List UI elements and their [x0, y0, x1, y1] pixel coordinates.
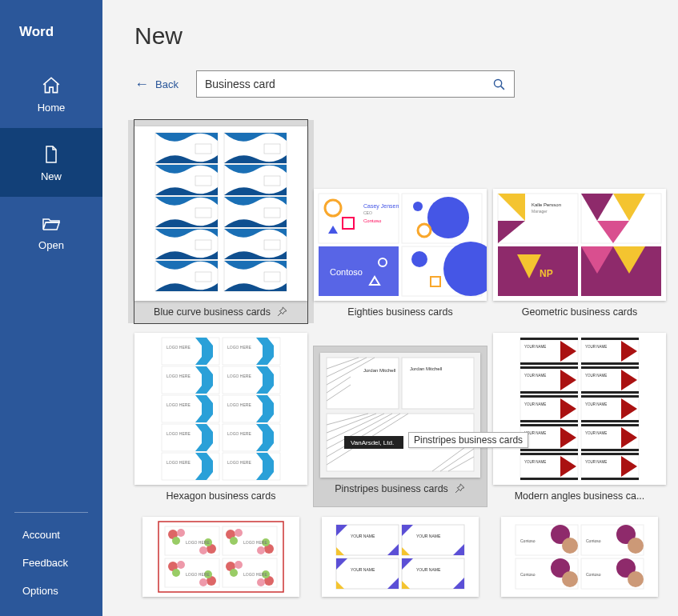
svg-text:YOUR NAME: YOUR NAME [351, 534, 375, 538]
pin-icon[interactable] [453, 482, 466, 495]
svg-rect-37 [498, 246, 578, 296]
folder-open-icon [40, 212, 62, 234]
svg-rect-4 [195, 144, 211, 154]
template-thumb: Casey Jensen CEO Contoso Contoso [314, 189, 487, 301]
nav-home[interactable]: Home [0, 59, 102, 128]
template-gallery: Blue curve business cards [134, 120, 678, 597]
svg-text:Kalle Persson: Kalle Persson [532, 202, 561, 207]
svg-text:NP: NP [540, 268, 553, 279]
svg-text:VanArsdel, Ltd.: VanArsdel, Ltd. [351, 439, 394, 446]
template-thumb: YOUR NAME [322, 517, 479, 597]
nav-primary: Home New Open [0, 59, 102, 266]
page-title: New [134, 22, 678, 50]
search-box [196, 70, 515, 98]
home-icon [40, 74, 62, 97]
svg-text:Manager: Manager [532, 209, 548, 214]
svg-rect-76 [520, 362, 578, 365]
nav-open[interactable]: Open [0, 197, 102, 266]
svg-text:Contoso: Contoso [363, 218, 382, 223]
template-pinstripes[interactable]: Jordan Mitchell Jordan Mitchell VanArsde… [314, 346, 487, 507]
search-icon [492, 78, 506, 91]
svg-point-90 [199, 546, 207, 554]
nav-options[interactable]: Options [0, 577, 102, 605]
template-geometric[interactable]: Kalle Persson Manager NP [493, 189, 666, 323]
template-thumb: YOUR NAME YOUR NAME [493, 333, 666, 485]
svg-rect-80 [581, 338, 639, 340]
tooltip: Pinstripes business cards [408, 432, 528, 448]
svg-text:LOGO HERE: LOGO HERE [227, 345, 251, 350]
sidebar: Word Home New Open Acco [0, 0, 102, 616]
back-label: Back [155, 78, 179, 90]
template-label: Modern angles business ca... [515, 490, 645, 502]
svg-rect-58 [402, 358, 474, 409]
svg-text:LOGO HERE: LOGO HERE [186, 540, 210, 545]
template-hexagon[interactable]: LOGO HERE LOGO HERE [134, 333, 307, 507]
svg-rect-43 [134, 333, 307, 485]
template-eighties[interactable]: Casey Jensen CEO Contoso Contoso [314, 189, 487, 323]
document-icon [40, 143, 62, 166]
search-input[interactable] [197, 78, 485, 90]
pin-icon[interactable] [275, 306, 288, 318]
template-thumb: Kalle Persson Manager NP [493, 189, 666, 301]
nav-new[interactable]: New [0, 128, 102, 197]
back-button[interactable]: ← Back [134, 77, 179, 91]
svg-point-25 [411, 251, 427, 267]
svg-point-102 [562, 538, 578, 554]
svg-text:Jordan Mitchell: Jordan Mitchell [363, 368, 395, 373]
main-panel: New ← Back [102, 0, 678, 616]
svg-rect-72 [493, 333, 666, 485]
template-modern-angles[interactable]: YOUR NAME YOUR NAME [493, 333, 666, 507]
arrow-left-icon: ← [134, 77, 149, 91]
svg-text:CEO: CEO [363, 210, 372, 215]
svg-point-88 [172, 537, 180, 545]
svg-point-0 [495, 79, 502, 86]
template-thumb: LOGO HERE [142, 517, 299, 597]
template-label: Geometric business cards [522, 306, 638, 318]
svg-text:Contoso: Contoso [330, 267, 363, 277]
template-label: Hexagon business cards [166, 490, 276, 502]
svg-text:YOUR NAME: YOUR NAME [524, 345, 546, 349]
search-button[interactable] [485, 71, 514, 97]
svg-text:LOGO HERE: LOGO HERE [166, 345, 191, 350]
nav-label: Home [38, 102, 66, 114]
template-partial-1[interactable]: LOGO HERE [134, 517, 307, 597]
svg-text:Jordan Mitchell: Jordan Mitchell [410, 366, 442, 371]
svg-rect-94 [336, 525, 399, 555]
svg-point-16 [427, 197, 469, 238]
template-partial-2[interactable]: YOUR NAME [314, 517, 487, 597]
template-thumb [134, 126, 307, 301]
svg-point-87 [177, 529, 185, 537]
template-label: Blue curve business cards [154, 306, 271, 318]
template-label: Pinstripes business cards [335, 483, 448, 494]
template-blue-curve[interactable]: Blue curve business cards [134, 120, 307, 323]
nav-label: Open [38, 239, 64, 251]
svg-rect-6 [264, 144, 280, 154]
svg-text:YOUR NAME: YOUR NAME [585, 345, 607, 349]
template-thumb: Jordan Mitchell Jordan Mitchell VanArsde… [320, 353, 480, 478]
svg-text:Contoso: Contoso [520, 538, 536, 543]
sidebar-separator [14, 512, 88, 513]
template-thumb: Contoso [501, 517, 658, 597]
svg-line-1 [501, 86, 504, 89]
nav-account[interactable]: Account [0, 521, 102, 549]
nav-feedback[interactable]: Feedback [0, 549, 102, 577]
nav-label: New [41, 170, 62, 182]
svg-point-17 [413, 202, 423, 211]
svg-rect-75 [520, 338, 578, 340]
template-thumb: LOGO HERE LOGO HERE [134, 333, 307, 485]
app-brand: Word [0, 0, 102, 59]
svg-rect-81 [581, 362, 639, 365]
template-partial-3[interactable]: Contoso [493, 517, 666, 597]
svg-text:Casey Jensen: Casey Jensen [363, 203, 399, 210]
template-label: Eighties business cards [347, 306, 452, 318]
